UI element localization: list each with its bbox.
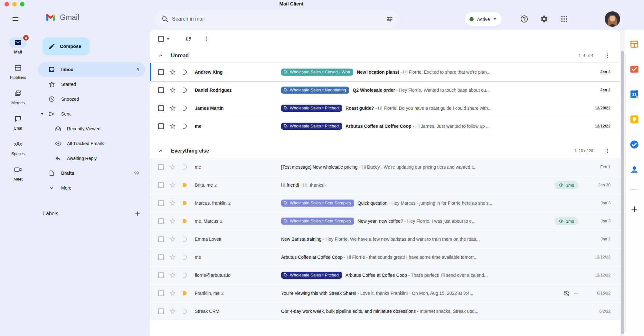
row-checkbox[interactable] [158,200,164,206]
row-checkbox[interactable] [158,290,164,296]
expander-triangle-icon[interactable] [41,113,44,115]
calendar-icon[interactable]: 31 [629,89,640,100]
streak-pipeline-icon[interactable] [181,218,188,225]
help-icon[interactable] [518,13,531,25]
streak-pipeline-icon[interactable] [181,105,188,112]
row-star-icon[interactable] [169,236,176,243]
user-avatar[interactable] [605,11,620,27]
pipeline-stage-badge[interactable]: Wholesale Sales • Negotiating [281,87,349,94]
sidebar-item-snoozed[interactable]: Snoozed [38,92,145,106]
rail-item-meet[interactable]: Meet [9,164,27,182]
email-row[interactable]: Franklin, me2You're viewing this with St… [150,285,620,303]
apps-grid-icon[interactable] [558,13,571,25]
rail-item-spaces[interactable]: Spaces [9,139,27,156]
keep-icon[interactable] [629,114,640,125]
tasks-icon[interactable] [629,139,640,150]
streak-pipeline-icon[interactable] [181,308,188,315]
row-checkbox[interactable] [158,272,164,278]
email-row[interactable]: meArbutus Coffee at Coffee Coop - Hi Flo… [150,248,620,266]
row-star-icon[interactable] [169,105,176,112]
streak-pipeline-icon[interactable] [181,290,188,297]
rail-item-merges[interactable]: Merges [9,88,27,105]
row-star-icon[interactable] [169,69,176,76]
pipeline-stage-badge[interactable]: Wholesale Sales • Closed - Won [281,69,353,76]
row-star-icon[interactable] [169,87,176,94]
streak-pipeline-icon[interactable] [181,254,188,261]
row-star-icon[interactable] [169,290,176,297]
row-star-icon[interactable] [169,272,176,279]
settings-gear-icon[interactable] [538,13,551,25]
sidebar-item-starred[interactable]: Starred [38,77,145,91]
row-checkbox[interactable] [158,254,164,260]
sidebar-item-recently-viewed[interactable]: Recently Viewed [38,122,145,136]
gmail-logo[interactable]: Gmail [44,13,79,22]
email-row[interactable]: Marcus, franklin2Wholesale Sales • Sent … [150,194,620,212]
streak-mail-check-icon[interactable] [629,64,640,75]
row-star-icon[interactable] [169,200,176,207]
email-row[interactable]: Emma LovettNew Barista training - Hey Fl… [150,230,620,248]
minimize-window-button[interactable] [12,2,17,6]
row-star-icon[interactable] [169,163,176,171]
section-collapse-icon[interactable] [157,148,164,154]
email-row[interactable]: me, Marcus2Wholesale Sales • Sent Sample… [150,212,620,230]
email-row[interactable]: me[Test message] New wholesale pricing -… [150,158,620,176]
status-chip[interactable]: Active [465,12,502,26]
row-checkbox[interactable] [158,236,164,242]
add-label-plus-icon[interactable] [132,209,143,219]
row-star-icon[interactable] [169,218,176,225]
section-more-vert-icon[interactable] [601,50,613,61]
row-checkbox[interactable] [158,164,164,170]
row-checkbox[interactable] [158,308,164,314]
streak-pipeline-icon[interactable] [181,123,188,130]
select-caret-icon[interactable] [166,38,170,40]
sidebar-item-all-tracked-emails[interactable]: All Tracked Emails [38,136,145,151]
close-window-button[interactable] [5,2,9,6]
contacts-icon[interactable] [629,164,640,175]
pipeline-stage-badge[interactable]: Wholesale Sales • Pitched [281,272,342,279]
email-row[interactable]: florrie@arbutus.ioWholesale Sales • Pitc… [150,266,620,285]
scrollbar-track[interactable] [620,30,625,336]
row-checkbox[interactable] [158,105,164,111]
pipeline-stage-badge[interactable]: Wholesale Sales • Sent Samples [281,218,354,225]
row-star-icon[interactable] [169,308,176,315]
sidebar-item-sent[interactable]: Sent [38,107,145,121]
pipeline-stage-badge[interactable]: Wholesale Sales • Sent Samples [281,200,354,207]
streak-pipeline-icon[interactable] [181,272,188,279]
email-row[interactable]: meWholesale Sales • PitchedArbutus Coffe… [150,117,620,135]
sidebar-item-inbox[interactable]: Inbox4 [38,62,145,77]
pipeline-stage-badge[interactable]: Wholesale Sales • Pitched [281,123,342,130]
section-collapse-icon[interactable] [157,52,164,59]
row-checkbox[interactable] [158,87,164,93]
section-more-vert-icon[interactable] [601,145,613,157]
row-checkbox[interactable] [158,69,164,75]
row-star-icon[interactable] [169,182,176,189]
streak-pipeline-icon[interactable] [181,69,188,76]
more-vert-icon[interactable] [200,33,213,45]
streak-pipeline-icon[interactable] [181,182,188,189]
compose-button[interactable]: Compose [43,37,90,55]
row-checkbox[interactable] [158,123,164,129]
get-addons-plus-icon[interactable] [629,204,640,215]
sidebar-item-awaiting-reply[interactable]: Awaiting Reply [38,151,145,165]
streak-pipeline-icon[interactable] [181,87,188,94]
streak-pipeline-icon[interactable] [181,236,188,243]
scrollbar-thumb[interactable] [621,51,624,334]
streak-pipeline-icon[interactable] [181,163,188,171]
email-row[interactable]: Andrew KingWholesale Sales • Closed - Wo… [150,63,620,81]
search-icon[interactable] [158,12,172,26]
select-all-checkbox[interactable] [158,36,164,42]
tune-icon[interactable] [383,12,397,26]
streak-pipeline-icon[interactable] [181,200,188,207]
email-row[interactable]: James MartinWholesale Sales • PitchedRoa… [150,99,620,117]
sidebar-item-drafts[interactable]: Drafts99 [38,166,145,180]
row-checkbox[interactable] [158,218,164,224]
row-star-icon[interactable] [169,254,176,261]
refresh-icon[interactable] [182,33,195,45]
email-row[interactable]: Streak CRMOur 4-day work week, bulk pipe… [150,303,620,321]
streak-pipelines-icon[interactable] [629,39,640,50]
email-row[interactable]: Daniel RodriguezWholesale Sales • Negoti… [150,81,620,99]
row-star-icon[interactable] [169,123,176,130]
row-checkbox[interactable] [158,182,164,188]
search-input[interactable] [172,16,383,22]
rail-item-chat[interactable]: Chat [9,114,27,131]
